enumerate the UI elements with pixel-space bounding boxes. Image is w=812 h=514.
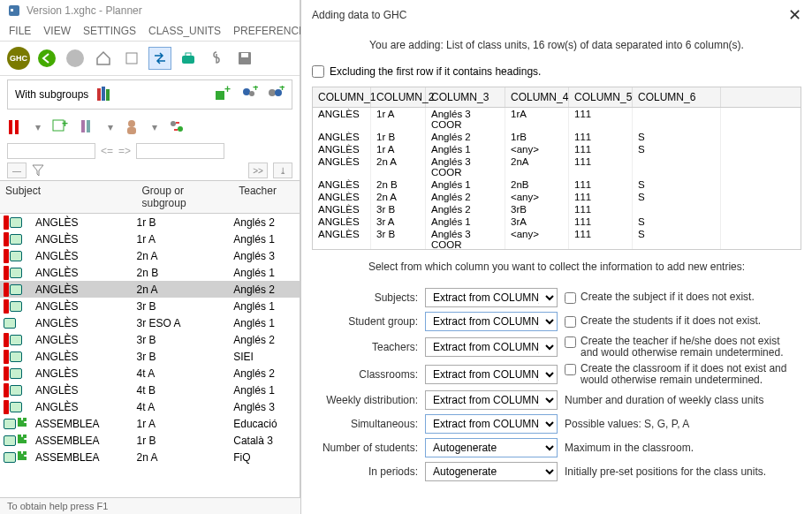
import-cell: <any> [505,143,569,155]
monitor-icon [4,435,16,446]
import-row[interactable]: ANGLÈS3r BAnglés 3 COOR<any>111S [313,228,801,249]
form-select[interactable]: Extract from COLUMN_1 [425,288,558,307]
back-button[interactable] [35,47,58,70]
person-icon[interactable] [124,118,141,136]
subgroups-bar: With subgroups + + + [7,79,292,110]
dialog-adding-data: Adding data to GHC ✕ You are adding: Lis… [300,0,812,514]
cell-teacher: SIEI [233,351,300,363]
create-if-missing-checkbox[interactable] [565,336,576,348]
import-cell: Anglés 3 COOR [426,155,505,178]
table-row[interactable]: ASSEMBLEA1r BCatalà 3 [0,432,300,449]
table-row[interactable]: ANGLÈS3r BSIEI [0,348,300,365]
red-bars-icon[interactable] [7,118,25,136]
ghc-badge-icon[interactable]: GHC [7,47,30,70]
add-grid-icon[interactable]: + [51,118,69,136]
col-teacher[interactable]: Teacher [233,181,300,213]
form-side: Create the subject if it does not exist. [565,291,794,304]
filter-input-1[interactable] [7,143,95,159]
import-row[interactable]: ANGLÈS2n AAnglés 3 COOR2nA111 [313,155,801,178]
svg-point-28 [171,121,176,126]
table-row[interactable]: ANGLÈS4t AAnglés 3 [0,398,300,415]
import-row[interactable]: ANGLÈS1r BAnglés 21rB111S [313,131,801,143]
column-mapping-form: Subjects:Extract from COLUMN_1Create the… [301,280,812,489]
table-row[interactable]: ANGLÈS1r AAnglés 1 [0,231,300,247]
menu-classunits[interactable]: CLASS_UNITS [148,25,221,37]
form-select[interactable]: Extract from COLUMN_6 [425,414,558,434]
form-select[interactable]: Extract from COLUMN_5 [425,390,558,410]
svg-rect-20 [9,120,12,134]
svg-point-26 [128,120,135,127]
cell-group: 3r B [137,300,234,313]
col6[interactable]: COLUMN_6 [633,87,721,107]
grid-body[interactable]: ANGLÈS1r BAnglés 2ANGLÈS1r AAnglés 1ANGL… [0,214,300,479]
import-grid-body[interactable]: ANGLÈS1r AAnglés 3 COOR1rA111ANGLÈS1r BA… [313,108,801,249]
funnel-icon[interactable] [32,164,44,177]
col5[interactable]: COLUMN_5 [569,87,633,107]
table-row[interactable]: ASSEMBLEA1r AEducació [0,415,300,432]
table-row[interactable]: ASSEMBLEA2n AFiQ [0,449,300,465]
import-row[interactable]: ANGLÈS1r AAnglés 1<any>111S [313,143,801,155]
col-group[interactable]: Group or subgroup [137,181,234,213]
tool-button-swap[interactable] [148,47,171,70]
collapse-button[interactable]: — [7,163,27,178]
filter-input-2[interactable] [136,143,224,159]
nav-last-button[interactable]: ⤓ [273,163,292,178]
form-select[interactable]: Autogenerate [425,438,558,457]
tool-button-save[interactable] [233,47,256,70]
import-row[interactable]: ANGLÈS3r AAnglés 13rA111S [313,215,801,228]
table-row[interactable]: ANGLÈS1r BAnglés 2 [0,214,300,231]
add-people2-icon[interactable]: + [267,86,285,103]
dialog-subtitle: You are adding: List of class units, 16 … [301,30,812,60]
col-subject[interactable]: Subject [0,181,137,213]
col3[interactable]: COLUMN_3 [426,87,505,107]
table-row[interactable]: ANGLÈS3r BAnglés 2 [0,331,300,348]
swap-people-icon[interactable] [168,118,186,136]
exclude-headings-checkbox[interactable] [312,65,324,78]
import-row[interactable]: ANGLÈS1r AAnglés 3 COOR1rA111 [313,108,801,131]
add-people-icon[interactable]: + [240,86,258,103]
table-row[interactable]: ANGLÈS2n BAnglés 1 [0,264,300,281]
filter-row-1: <= => [0,141,300,161]
cell-subject: ANGLÈS [34,351,137,363]
form-side: Create the classroom if it does not exis… [565,363,794,386]
import-cell: 2nA [505,155,569,178]
svg-rect-12 [216,91,224,100]
menu-view[interactable]: VIEW [43,25,71,37]
table-row[interactable]: ANGLÈS4t BAnglés 1 [0,382,300,398]
create-if-missing-checkbox[interactable] [565,316,576,328]
tool-button-clip[interactable] [205,47,228,70]
import-row[interactable]: ANGLÈS3r BAnglés 23rB111 [313,203,801,215]
create-if-missing-checkbox[interactable] [565,364,576,375]
form-select[interactable]: Extract from COLUMN_4 [425,365,558,384]
tool-button-case[interactable] [177,47,200,70]
col1[interactable]: COLUMN_1 [313,87,371,107]
form-select[interactable]: Extract from COLUMN_3 [425,337,558,357]
nav-next-button[interactable]: >> [248,163,268,178]
col2[interactable]: COLUMN_2 [371,87,426,107]
table-row[interactable]: ANGLÈS2n AAnglés 2 [0,281,300,298]
tool-button-1[interactable] [120,47,143,70]
import-cell: S [633,215,721,228]
create-if-missing-checkbox[interactable] [565,292,576,304]
import-row[interactable]: ANGLÈS2n BAnglés 12nB111S [313,178,801,191]
form-select[interactable]: Extract from COLUMN_2 [425,312,558,331]
table-row[interactable]: ANGLÈS2n AAnglés 3 [0,247,300,264]
table-row[interactable]: ANGLÈS3r BAnglés 1 [0,298,300,314]
home-button[interactable] [92,47,115,70]
table-row[interactable]: ANGLÈS3r ESO AAnglés 1 [0,314,300,331]
menu-file[interactable]: FILE [9,25,31,37]
import-row[interactable]: ANGLÈS2n AAnglés 2<any>111S [313,191,801,203]
add-green-icon[interactable]: + [214,86,231,103]
monitor-icon [10,301,22,312]
svg-point-3 [66,49,84,67]
menu-settings[interactable]: SETTINGS [83,25,136,37]
import-cell: ANGLÈS [313,203,371,215]
form-select[interactable]: Autogenerate [425,462,558,481]
col4[interactable]: COLUMN_4 [505,87,569,107]
cell-teacher: Anglés 1 [233,384,300,397]
table-row[interactable]: ANGLÈS4t AAnglés 2 [0,365,300,382]
columns-icon[interactable] [80,118,97,136]
monitor-icon [10,268,22,278]
close-button[interactable]: ✕ [788,5,801,25]
import-cell [633,203,721,215]
